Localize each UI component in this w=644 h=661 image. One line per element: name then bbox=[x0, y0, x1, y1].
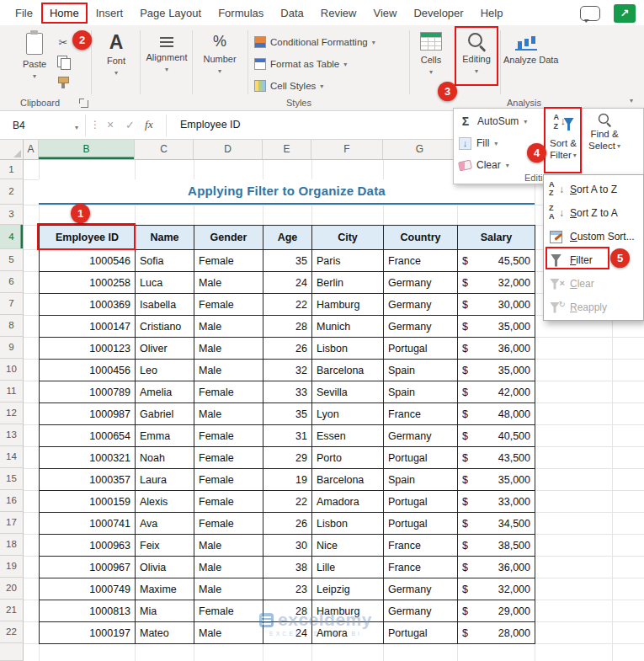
menu-item-custom-sort[interactable]: Custom Sort... bbox=[544, 225, 643, 248]
cell-name[interactable]: Gabriel bbox=[136, 403, 194, 425]
cell-name[interactable]: Oliver bbox=[136, 338, 194, 360]
column-header-d[interactable]: D bbox=[194, 140, 263, 159]
cell-name[interactable]: Sofia bbox=[136, 250, 194, 272]
cell-id[interactable]: 1000749 bbox=[40, 578, 136, 600]
row-header-7[interactable]: 7 bbox=[0, 293, 24, 315]
cell-gender[interactable]: Male bbox=[194, 403, 263, 425]
cell-name[interactable]: Maxime bbox=[136, 578, 194, 600]
cell-age[interactable]: 28 bbox=[263, 316, 312, 338]
cell-country[interactable]: Portugal bbox=[384, 622, 458, 644]
cell-salary[interactable]: $34,500 bbox=[458, 513, 535, 535]
cell-gender[interactable]: Male bbox=[194, 578, 263, 600]
row-header-2[interactable]: 2 bbox=[0, 179, 24, 205]
cell-name[interactable]: Luca bbox=[136, 272, 194, 294]
cell-gender[interactable]: Female bbox=[194, 469, 263, 491]
cell-salary[interactable]: $48,000 bbox=[458, 403, 535, 425]
cell-salary[interactable]: $30,000 bbox=[458, 294, 535, 316]
clipboard-dialog-launcher-icon[interactable] bbox=[81, 100, 88, 108]
cell-age[interactable]: 22 bbox=[263, 491, 312, 513]
cell-city[interactable]: Hamburg bbox=[312, 294, 384, 316]
row-header-19[interactable]: 19 bbox=[0, 556, 24, 578]
cell-city[interactable]: Essen bbox=[312, 425, 384, 447]
column-header-f[interactable]: F bbox=[311, 140, 383, 159]
cell-id[interactable]: 1000147 bbox=[40, 316, 136, 338]
cell-id[interactable]: 1000741 bbox=[40, 513, 136, 535]
cell-salary[interactable]: $36,000 bbox=[458, 338, 535, 360]
cell-name[interactable]: Alexis bbox=[136, 491, 194, 513]
cell-name[interactable]: Laura bbox=[136, 469, 194, 491]
cell-city[interactable]: Porto bbox=[312, 447, 384, 469]
styles-item-format-as-table[interactable]: Format as Table bbox=[254, 53, 407, 75]
cell-name[interactable]: Noah bbox=[136, 447, 194, 469]
cell-name[interactable]: Olivia bbox=[136, 557, 194, 578]
header-age[interactable]: Age bbox=[263, 226, 312, 250]
cell-salary[interactable]: $35,000 bbox=[458, 360, 535, 381]
find-select-button[interactable]: Find & Select bbox=[584, 110, 625, 174]
cell-age[interactable]: 24 bbox=[263, 272, 312, 294]
cell-id[interactable]: 1000813 bbox=[40, 600, 136, 622]
drag-handle-icon[interactable]: ⋮ bbox=[90, 119, 100, 131]
cell-gender[interactable]: Female bbox=[194, 447, 263, 469]
row-header-18[interactable]: 18 bbox=[0, 534, 24, 556]
sort-filter-button[interactable]: Sort & Filter bbox=[545, 110, 582, 174]
row-header-15[interactable]: 15 bbox=[0, 468, 24, 490]
cell-name[interactable]: Feix bbox=[136, 535, 194, 557]
row-header-3[interactable]: 3 bbox=[0, 205, 24, 225]
cell-salary[interactable]: $35,000 bbox=[458, 316, 535, 338]
cell-id[interactable]: 1000369 bbox=[40, 294, 136, 316]
cell-country[interactable]: Germany bbox=[384, 272, 458, 294]
cell-gender[interactable]: Female bbox=[194, 513, 263, 535]
cell-gender[interactable]: Male bbox=[194, 622, 263, 644]
cell-salary[interactable]: $35,000 bbox=[458, 469, 535, 491]
menu-item-sort-a-to-z[interactable]: Sort A to Z bbox=[544, 178, 643, 201]
select-all-corner[interactable] bbox=[0, 140, 24, 160]
cell-id[interactable]: 1000789 bbox=[40, 381, 136, 403]
cell-gender[interactable]: Female bbox=[194, 294, 263, 316]
cancel-icon[interactable]: × bbox=[107, 118, 114, 131]
header-gender[interactable]: Gender bbox=[194, 226, 263, 250]
cell-country[interactable]: France bbox=[384, 250, 458, 272]
formula-bar-content[interactable]: Employee ID bbox=[180, 111, 241, 139]
menu-item-sort-z-to-a[interactable]: Sort Z to A bbox=[544, 201, 643, 225]
cell-name[interactable]: Leo bbox=[136, 360, 194, 381]
cell-country[interactable]: Portugal bbox=[384, 338, 458, 360]
row-header-10[interactable]: 10 bbox=[0, 359, 24, 381]
cell-age[interactable]: 28 bbox=[263, 600, 312, 622]
cell-name[interactable]: Ava bbox=[136, 513, 194, 535]
cell-age[interactable]: 33 bbox=[263, 381, 312, 403]
cell-age[interactable]: 22 bbox=[263, 294, 312, 316]
cell-name[interactable]: Mateo bbox=[136, 622, 194, 644]
cell-age[interactable]: 26 bbox=[263, 513, 312, 535]
cell-age[interactable]: 31 bbox=[263, 425, 312, 447]
cell-city[interactable]: Berlin bbox=[312, 272, 384, 294]
cell-gender[interactable]: Male bbox=[194, 316, 263, 338]
cell-country[interactable]: Germany bbox=[384, 578, 458, 600]
cell-id[interactable]: 1000357 bbox=[40, 469, 136, 491]
row-header-1[interactable]: 1 bbox=[0, 160, 24, 179]
name-box[interactable]: B4 bbox=[5, 115, 82, 136]
cell-city[interactable]: Amadora bbox=[312, 491, 384, 513]
cell-id[interactable]: 1000456 bbox=[40, 360, 136, 381]
cell-id[interactable]: 1000321 bbox=[40, 447, 136, 469]
menu-tab-page-layout[interactable]: Page Layout bbox=[131, 3, 210, 24]
cell-country[interactable]: Portugal bbox=[384, 447, 458, 469]
cell-city[interactable]: Nice bbox=[312, 535, 384, 557]
row-header-20[interactable]: 20 bbox=[0, 578, 24, 600]
header-salary[interactable]: Salary bbox=[458, 226, 535, 250]
cell-country[interactable]: Germany bbox=[384, 294, 458, 316]
fill-button[interactable]: ↓ Fill bbox=[459, 133, 498, 153]
menu-tab-help[interactable]: Help bbox=[472, 3, 512, 24]
cell-name[interactable]: Emma bbox=[136, 425, 194, 447]
menu-tab-formulas[interactable]: Formulas bbox=[210, 3, 272, 24]
cell-gender[interactable]: Female bbox=[194, 491, 263, 513]
cell-gender[interactable]: Female bbox=[194, 425, 263, 447]
cell-salary[interactable]: $45,500 bbox=[458, 250, 535, 272]
row-header-6[interactable]: 6 bbox=[0, 271, 24, 293]
row-header-12[interactable]: 12 bbox=[0, 402, 24, 424]
cell-country[interactable]: Portugal bbox=[384, 491, 458, 513]
row-header-17[interactable]: 17 bbox=[0, 512, 24, 534]
column-header-a[interactable]: A bbox=[24, 140, 39, 159]
menu-tab-insert[interactable]: Insert bbox=[88, 3, 132, 24]
row-header-21[interactable]: 21 bbox=[0, 600, 24, 621]
cell-city[interactable]: Paris bbox=[312, 250, 384, 272]
